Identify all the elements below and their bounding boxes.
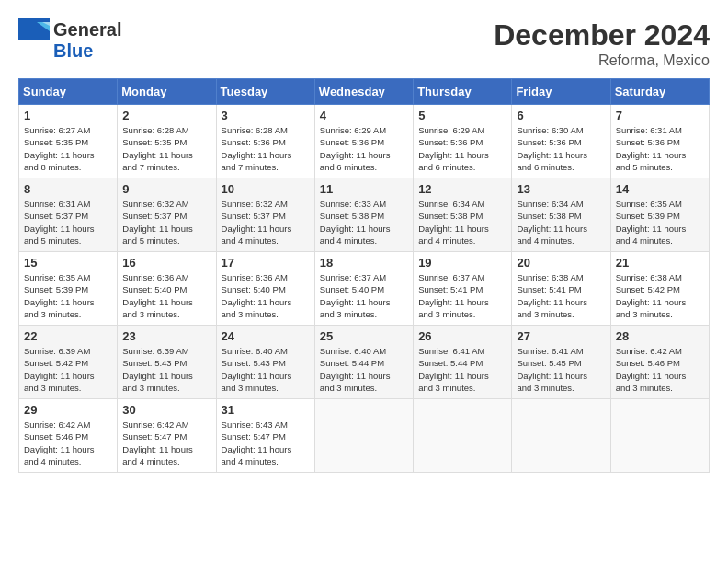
- day-number: 11: [320, 182, 408, 196]
- day-info: Sunrise: 6:28 AM Sunset: 5:36 PM Dayligh…: [222, 124, 310, 173]
- col-saturday: Saturday: [610, 79, 709, 105]
- table-row: 8 Sunrise: 6:31 AM Sunset: 5:37 PM Dayli…: [19, 178, 118, 252]
- page-header: General Blue December 2024 Reforma, Mexi…: [18, 18, 710, 69]
- table-row: [314, 399, 413, 473]
- col-thursday: Thursday: [414, 79, 512, 105]
- day-info: Sunrise: 6:40 AM Sunset: 5:44 PM Dayligh…: [320, 345, 408, 394]
- table-row: 3 Sunrise: 6:28 AM Sunset: 5:36 PM Dayli…: [216, 105, 314, 178]
- table-row: 16 Sunrise: 6:36 AM Sunset: 5:40 PM Dayl…: [118, 252, 216, 326]
- logo-general-text: General: [53, 19, 121, 40]
- logo-icon: [18, 18, 50, 40]
- day-info: Sunrise: 6:41 AM Sunset: 5:45 PM Dayligh…: [517, 345, 605, 394]
- table-row: 29 Sunrise: 6:42 AM Sunset: 5:46 PM Dayl…: [19, 399, 118, 473]
- day-number: 6: [517, 109, 605, 122]
- day-number: 14: [616, 182, 704, 196]
- table-row: [512, 399, 610, 473]
- table-row: 30 Sunrise: 6:42 AM Sunset: 5:47 PM Dayl…: [118, 399, 216, 473]
- day-number: 5: [418, 109, 506, 122]
- page-subtitle: Reforma, Mexico: [494, 52, 710, 69]
- title-block: December 2024 Reforma, Mexico: [494, 18, 710, 69]
- day-number: 31: [222, 403, 310, 417]
- logo: General Blue: [18, 18, 121, 62]
- day-number: 22: [24, 329, 112, 343]
- day-number: 13: [517, 182, 605, 196]
- day-number: 24: [222, 329, 310, 343]
- table-row: [414, 399, 512, 473]
- table-row: 5 Sunrise: 6:29 AM Sunset: 5:36 PM Dayli…: [414, 105, 512, 178]
- day-info: Sunrise: 6:28 AM Sunset: 5:35 PM Dayligh…: [122, 124, 210, 173]
- table-row: 22 Sunrise: 6:39 AM Sunset: 5:42 PM Dayl…: [19, 326, 118, 399]
- day-info: Sunrise: 6:30 AM Sunset: 5:36 PM Dayligh…: [517, 124, 605, 173]
- calendar-row: 29 Sunrise: 6:42 AM Sunset: 5:46 PM Dayl…: [19, 399, 710, 473]
- table-row: 12 Sunrise: 6:34 AM Sunset: 5:38 PM Dayl…: [414, 178, 512, 252]
- table-row: 27 Sunrise: 6:41 AM Sunset: 5:45 PM Dayl…: [512, 326, 610, 399]
- calendar-table: Sunday Monday Tuesday Wednesday Thursday…: [18, 78, 710, 473]
- day-number: 7: [616, 109, 704, 122]
- table-row: 23 Sunrise: 6:39 AM Sunset: 5:43 PM Dayl…: [118, 326, 216, 399]
- table-row: 31 Sunrise: 6:43 AM Sunset: 5:47 PM Dayl…: [216, 399, 314, 473]
- day-info: Sunrise: 6:34 AM Sunset: 5:38 PM Dayligh…: [517, 198, 605, 247]
- day-info: Sunrise: 6:32 AM Sunset: 5:37 PM Dayligh…: [222, 198, 310, 247]
- svg-rect-0: [18, 18, 50, 40]
- table-row: 26 Sunrise: 6:41 AM Sunset: 5:44 PM Dayl…: [414, 326, 512, 399]
- col-friday: Friday: [512, 79, 610, 105]
- day-number: 10: [222, 182, 310, 196]
- col-monday: Monday: [118, 79, 216, 105]
- day-info: Sunrise: 6:38 AM Sunset: 5:42 PM Dayligh…: [616, 271, 704, 320]
- day-number: 4: [320, 109, 408, 122]
- day-number: 8: [24, 182, 112, 196]
- day-number: 18: [320, 256, 408, 270]
- day-info: Sunrise: 6:35 AM Sunset: 5:39 PM Dayligh…: [616, 198, 704, 247]
- table-row: 25 Sunrise: 6:40 AM Sunset: 5:44 PM Dayl…: [314, 326, 413, 399]
- day-number: 21: [616, 256, 704, 270]
- day-info: Sunrise: 6:42 AM Sunset: 5:47 PM Dayligh…: [122, 419, 210, 467]
- table-row: 1 Sunrise: 6:27 AM Sunset: 5:35 PM Dayli…: [19, 105, 118, 178]
- day-number: 27: [517, 329, 605, 343]
- day-number: 1: [24, 109, 112, 122]
- calendar-row: 15 Sunrise: 6:35 AM Sunset: 5:39 PM Dayl…: [19, 252, 710, 326]
- table-row: 15 Sunrise: 6:35 AM Sunset: 5:39 PM Dayl…: [19, 252, 118, 326]
- table-row: 18 Sunrise: 6:37 AM Sunset: 5:40 PM Dayl…: [314, 252, 413, 326]
- day-info: Sunrise: 6:37 AM Sunset: 5:40 PM Dayligh…: [320, 271, 408, 320]
- day-number: 29: [24, 403, 112, 417]
- day-info: Sunrise: 6:29 AM Sunset: 5:36 PM Dayligh…: [320, 124, 408, 173]
- day-number: 2: [122, 109, 210, 122]
- col-wednesday: Wednesday: [314, 79, 413, 105]
- day-number: 30: [122, 403, 210, 417]
- day-info: Sunrise: 6:42 AM Sunset: 5:46 PM Dayligh…: [24, 419, 112, 467]
- day-info: Sunrise: 6:36 AM Sunset: 5:40 PM Dayligh…: [222, 271, 310, 320]
- table-row: 14 Sunrise: 6:35 AM Sunset: 5:39 PM Dayl…: [610, 178, 709, 252]
- day-info: Sunrise: 6:43 AM Sunset: 5:47 PM Dayligh…: [222, 419, 310, 467]
- day-info: Sunrise: 6:35 AM Sunset: 5:39 PM Dayligh…: [24, 271, 112, 320]
- day-number: 9: [122, 182, 210, 196]
- calendar-row: 22 Sunrise: 6:39 AM Sunset: 5:42 PM Dayl…: [19, 326, 710, 399]
- day-info: Sunrise: 6:31 AM Sunset: 5:36 PM Dayligh…: [616, 124, 704, 173]
- day-info: Sunrise: 6:40 AM Sunset: 5:43 PM Dayligh…: [222, 345, 310, 394]
- day-number: 17: [222, 256, 310, 270]
- logo-blue-text: Blue: [53, 40, 93, 62]
- table-row: 4 Sunrise: 6:29 AM Sunset: 5:36 PM Dayli…: [314, 105, 413, 178]
- day-number: 12: [418, 182, 506, 196]
- day-info: Sunrise: 6:29 AM Sunset: 5:36 PM Dayligh…: [418, 124, 506, 173]
- day-info: Sunrise: 6:34 AM Sunset: 5:38 PM Dayligh…: [418, 198, 506, 247]
- day-info: Sunrise: 6:32 AM Sunset: 5:37 PM Dayligh…: [122, 198, 210, 247]
- day-number: 16: [122, 256, 210, 270]
- page-title: December 2024: [494, 18, 710, 52]
- table-row: 10 Sunrise: 6:32 AM Sunset: 5:37 PM Dayl…: [216, 178, 314, 252]
- table-row: 7 Sunrise: 6:31 AM Sunset: 5:36 PM Dayli…: [610, 105, 709, 178]
- day-info: Sunrise: 6:27 AM Sunset: 5:35 PM Dayligh…: [24, 124, 112, 173]
- table-row: 13 Sunrise: 6:34 AM Sunset: 5:38 PM Dayl…: [512, 178, 610, 252]
- day-number: 20: [517, 256, 605, 270]
- day-number: 19: [418, 256, 506, 270]
- day-info: Sunrise: 6:33 AM Sunset: 5:38 PM Dayligh…: [320, 198, 408, 247]
- day-info: Sunrise: 6:41 AM Sunset: 5:44 PM Dayligh…: [418, 345, 506, 394]
- col-sunday: Sunday: [19, 79, 118, 105]
- day-info: Sunrise: 6:39 AM Sunset: 5:42 PM Dayligh…: [24, 345, 112, 394]
- day-info: Sunrise: 6:42 AM Sunset: 5:46 PM Dayligh…: [616, 345, 704, 394]
- table-row: 2 Sunrise: 6:28 AM Sunset: 5:35 PM Dayli…: [118, 105, 216, 178]
- calendar-header-row: Sunday Monday Tuesday Wednesday Thursday…: [19, 79, 710, 105]
- day-number: 26: [418, 329, 506, 343]
- col-tuesday: Tuesday: [216, 79, 314, 105]
- calendar-row: 1 Sunrise: 6:27 AM Sunset: 5:35 PM Dayli…: [19, 105, 710, 178]
- day-number: 15: [24, 256, 112, 270]
